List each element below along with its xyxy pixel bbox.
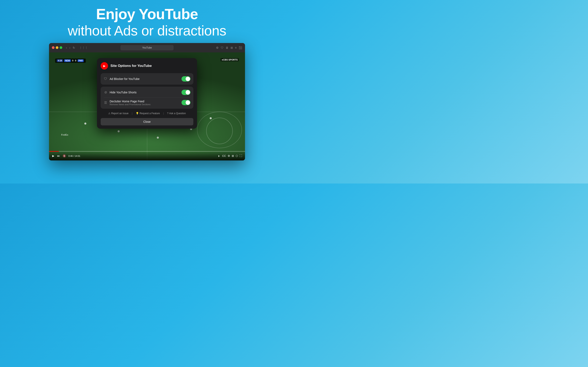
request-icon: 💡	[136, 112, 139, 115]
quality-icon[interactable]: ⚙	[228, 154, 230, 157]
hide-shorts-text: Hide YouTube Shorts	[110, 91, 137, 94]
cbs-sports-logo: ●CBS SPORTS	[221, 58, 239, 61]
toggle-row-hide-shorts: ⊘ Hide YouTube Shorts	[104, 87, 190, 98]
hide-shorts-toggle[interactable]	[182, 90, 190, 95]
declutter-toggle[interactable]	[182, 100, 190, 105]
report-label: Report an Issue	[111, 112, 129, 115]
theater-icon[interactable]: ⊞	[232, 154, 234, 157]
reload-button[interactable]: ↻	[72, 46, 76, 50]
time-total: 14:01	[75, 155, 80, 157]
hide-shorts-knob	[186, 90, 190, 95]
cast-icon[interactable]: ⬛	[239, 46, 242, 49]
menu-icon[interactable]: ≡	[235, 46, 237, 49]
request-feature-link[interactable]: 💡 Request a Feature	[134, 111, 162, 116]
popup-header: ▶ Site Options for YouTube	[101, 62, 193, 69]
play-button[interactable]: ▶	[52, 154, 55, 157]
score-time: 4:19	[57, 59, 63, 62]
declutter-label: Declutter Home Page Feed	[110, 100, 150, 103]
close-button[interactable]: Close	[101, 118, 193, 125]
browser-actions: ⚙ 🛡 🖥 ⊞ ≡ ⬛	[216, 46, 242, 49]
ad-blocker-label: Ad Blocker for YouTube	[110, 77, 140, 81]
autoplay-icon[interactable]: ⏵	[218, 154, 221, 157]
ad-blocker-text: Ad Blocker for YouTube	[110, 77, 140, 81]
declutter-knob	[186, 100, 190, 105]
traffic-light-yellow[interactable]	[56, 46, 58, 49]
youtube-icon: ▶	[101, 62, 108, 69]
popup-footer: ⚠ Report an Issue | 💡 Request a Feature …	[101, 111, 193, 116]
address-bar[interactable]: YouTube	[121, 45, 173, 50]
video-area: 4:19 NEW 0 0 PAR ●CBS SPORTS FedEx ▶ ⏭ 🔇…	[49, 52, 245, 160]
back-button[interactable]: ‹	[65, 46, 68, 50]
field-arc	[197, 111, 242, 148]
grid-icon: ⋮⋮⋮	[79, 46, 88, 49]
scoreboard: 4:19 NEW 0 0 PAR	[55, 58, 86, 63]
forward-button[interactable]: ›	[69, 46, 71, 50]
player-3	[157, 137, 159, 139]
pip-icon[interactable]: ⬡	[236, 154, 238, 157]
player-2	[118, 130, 120, 132]
request-label: Request a Feature	[140, 112, 160, 115]
bookmark-icon[interactable]: ⊞	[231, 46, 233, 49]
shorts-icon: ⊘	[104, 90, 108, 94]
report-icon: ⚠	[108, 112, 111, 115]
popup-title: Site Options for YouTube	[111, 64, 152, 68]
time-current: 0:46	[68, 155, 73, 157]
toggle-row-declutter: ☰ Declutter Home Page Feed Remove News a…	[104, 98, 190, 108]
address-bar-text: YouTube	[142, 46, 152, 49]
ad-blocker-toggle[interactable]	[182, 76, 190, 82]
traffic-light-red[interactable]	[52, 46, 54, 49]
feed-icon: ☰	[104, 101, 108, 105]
toggle-left-hide-shorts: ⊘ Hide YouTube Shorts	[104, 90, 137, 94]
traffic-lights	[52, 46, 62, 49]
question-icon: ?	[167, 112, 168, 115]
fedex-logo: FedEx	[61, 134, 68, 136]
toggle-left-declutter: ☰ Declutter Home Page Feed Remove News a…	[104, 100, 150, 106]
shield-icon[interactable]: 🛡	[221, 46, 224, 49]
score-team1: NEW	[64, 59, 71, 62]
ask-question-link[interactable]: ? Ask a Question	[165, 111, 187, 116]
mute-button[interactable]: 🔇	[62, 154, 66, 157]
footer-sep-1: |	[132, 111, 132, 116]
yt-play-icon: ▶	[103, 64, 105, 67]
popup-modal: ▶ Site Options for YouTube 🛡 Ad Blocker …	[97, 58, 197, 129]
subtitles-icon[interactable]: CC	[222, 154, 226, 157]
player-1	[84, 123, 86, 125]
screen-icon[interactable]: 🖥	[226, 46, 228, 49]
headline-line2: without Ads or distractions	[68, 23, 226, 39]
score-team2: PAR	[78, 59, 84, 62]
toggle-section-1: 🛡 Ad Blocker for YouTube	[101, 73, 193, 85]
traffic-light-green[interactable]	[60, 46, 62, 49]
header-section: Enjoy YouTube without Ads or distraction…	[68, 0, 226, 39]
settings-icon[interactable]: ⚙	[216, 46, 219, 49]
skip-button[interactable]: ⏭	[57, 154, 60, 157]
declutter-sublabel: Remove News and Promotional Sections	[110, 103, 150, 106]
toggle-row-ad-blocker: 🛡 Ad Blocker for YouTube	[104, 74, 190, 84]
footer-sep-2: |	[163, 111, 164, 116]
toggle-left-ad-blocker: 🛡 Ad Blocker for YouTube	[104, 77, 140, 81]
nav-buttons: ‹ › ↻	[65, 46, 76, 50]
fullscreen-icon[interactable]: ⛶	[240, 154, 242, 157]
video-controls: ▶ ⏭ 🔇 0:46 / 14:01 ⏵ CC ⚙ ⊞ ⬡ ⛶	[49, 151, 245, 160]
score-num2: 0	[75, 59, 76, 62]
score-num1: 0	[72, 59, 73, 62]
report-issue-link[interactable]: ⚠ Report an Issue	[107, 111, 130, 116]
browser-window: ‹ › ↻ ⋮⋮⋮ YouTube ⚙ 🛡 🖥 ⊞ ≡ ⬛	[49, 43, 245, 160]
toggle-section-2: ⊘ Hide YouTube Shorts ☰ Declutter Ho	[101, 87, 193, 109]
ask-question-label: Ask a Question	[169, 112, 186, 115]
browser-chrome: ‹ › ↻ ⋮⋮⋮ YouTube ⚙ 🛡 🖥 ⊞ ≡ ⬛	[49, 43, 245, 52]
time-display: 0:46 / 14:01	[68, 155, 80, 157]
hide-shorts-label: Hide YouTube Shorts	[110, 91, 137, 94]
declutter-text: Declutter Home Page Feed Remove News and…	[110, 100, 150, 106]
controls-right: ⏵ CC ⚙ ⊞ ⬡ ⛶	[218, 154, 242, 157]
headline-line1: Enjoy YouTube	[68, 6, 226, 23]
ad-blocker-knob	[186, 77, 190, 81]
shield-toggle-icon: 🛡	[104, 77, 108, 81]
